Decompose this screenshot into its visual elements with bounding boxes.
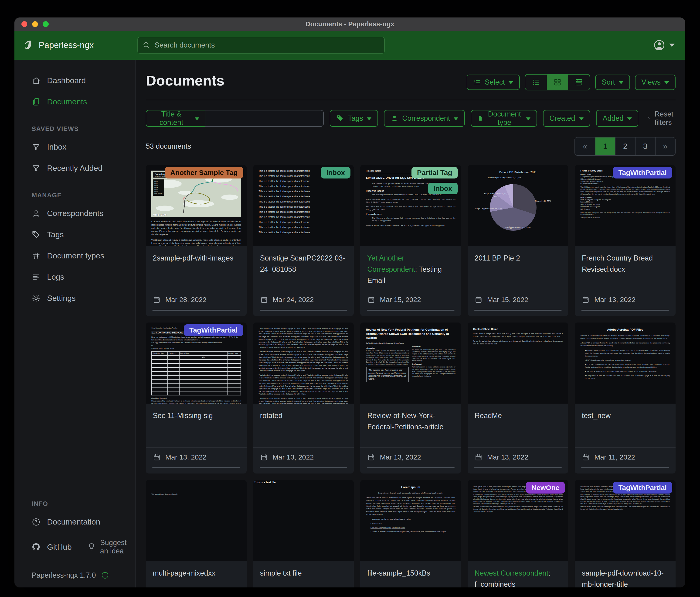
card-title[interactable]: 2011 BP Pie 2 (468, 246, 569, 290)
document-thumbnail[interactable]: Lorem ipsumLorem ipsum dolor sit amet, c… (360, 480, 461, 561)
correspondent-filter-button[interactable]: Correspondent (384, 110, 465, 127)
search-input[interactable] (154, 41, 380, 50)
card-correspondent[interactable]: Newest Correspondent (475, 569, 548, 577)
card-title[interactable]: ReadMe (468, 404, 569, 447)
tag-badge[interactable]: TagWithPartial (613, 167, 672, 178)
pagination-page-3[interactable]: 3 (635, 138, 655, 155)
tag-badge[interactable]: Inbox (428, 183, 458, 194)
download-document-button[interactable] (210, 310, 240, 311)
document-thumbnail[interactable]: Contact Sheet DemoGiven a set of image f… (468, 323, 569, 404)
card-title[interactable]: Newest Correspondent: f_combineds (468, 561, 569, 588)
app-logo[interactable]: Paperless-ngx (23, 40, 138, 51)
view-document-button[interactable] (289, 310, 318, 311)
pagination-next[interactable]: » (655, 138, 675, 155)
tag-badge[interactable]: Another Sample Tag (165, 167, 243, 178)
edit-document-button[interactable] (475, 468, 503, 468)
view-document-button[interactable] (181, 310, 210, 311)
card-title[interactable]: 2sample-pdf-with-images (146, 246, 247, 290)
card-title[interactable]: Yet Another Correspondent: Testing Email (360, 246, 461, 290)
view-details-toggle[interactable] (568, 75, 590, 90)
title-content-dropdown[interactable]: Title & content (146, 110, 205, 127)
card-title[interactable]: file-sample_150kBs (360, 561, 461, 588)
views-button[interactable]: Views (635, 75, 676, 90)
download-document-button[interactable] (532, 310, 561, 311)
card-title[interactable]: Sec 11-Missing sig (146, 404, 247, 447)
document-thumbnail[interactable]: This is a test file. (253, 480, 354, 561)
tag-badge[interactable]: Partial Tag (411, 167, 458, 178)
edit-document-button[interactable] (260, 310, 289, 311)
tag-badge[interactable]: Inbox (321, 167, 350, 178)
card-correspondent[interactable]: Yet Another Correspondent (367, 254, 415, 273)
view-document-button[interactable] (289, 468, 318, 468)
download-document-button[interactable] (318, 468, 347, 468)
sidebar-item-logs[interactable]: Logs (15, 266, 135, 288)
edit-document-button[interactable] (153, 468, 181, 468)
minimize-window-button[interactable] (32, 21, 38, 27)
document-thumbnail[interactable]: This is a multi page document. Page 1. (146, 480, 247, 561)
download-document-button[interactable] (532, 468, 561, 468)
tags-filter-button[interactable]: Tags (330, 110, 378, 127)
view-document-button[interactable] (396, 310, 425, 311)
card-title[interactable]: multi-page-mixedxx (146, 561, 247, 588)
pagination-page-1[interactable]: 1 (595, 138, 615, 155)
view-document-button[interactable] (610, 468, 640, 468)
sidebar-item-inbox[interactable]: Inbox (15, 136, 135, 158)
tag-badge[interactable]: NewOne (526, 482, 565, 494)
document-type-filter-button[interactable]: Document type (471, 110, 537, 127)
card-title[interactable]: Review-of-New-York-Federal-Petitions-art… (360, 404, 461, 447)
card-title[interactable]: simple txt file (253, 561, 354, 588)
added-filter-button[interactable]: Added (596, 110, 639, 127)
reset-filters-button[interactable]: Reset filters (647, 110, 676, 127)
card-title[interactable]: Sonstige ScanPC2022 03-24_081058 (253, 246, 354, 290)
sidebar-item-tags[interactable]: Tags (15, 224, 135, 245)
sidebar-item-documentation[interactable]: Documentation (15, 511, 135, 532)
view-document-button[interactable] (503, 468, 532, 468)
download-document-button[interactable] (318, 310, 347, 311)
view-document-button[interactable] (181, 468, 210, 468)
card-title[interactable]: sample-pdf-download-10-mb-longer-title (575, 561, 676, 588)
download-document-button[interactable] (640, 468, 669, 468)
created-filter-button[interactable]: Created (543, 110, 590, 127)
document-thumbnail[interactable]: This is the text that appears on the fir… (253, 323, 354, 404)
document-thumbnail[interactable]: Adobe Acrobat PDF FilesAdobe® Portable D… (575, 323, 676, 404)
download-document-button[interactable] (425, 468, 454, 468)
document-thumbnail[interactable]: Patient BP Distribution 2011Normal, 151,… (468, 165, 569, 246)
edit-document-button[interactable] (582, 310, 610, 311)
card-title[interactable]: test_new (575, 404, 676, 447)
info-circle-icon[interactable] (101, 571, 109, 579)
view-document-button[interactable] (610, 310, 640, 311)
download-document-button[interactable] (640, 310, 669, 311)
close-window-button[interactable] (21, 21, 27, 27)
sidebar-item-github[interactable]: GitHub (15, 536, 78, 558)
edit-document-button[interactable] (367, 468, 396, 468)
sidebar-item-dashboard[interactable]: Dashboard (15, 70, 135, 91)
view-grid-toggle[interactable] (547, 75, 568, 90)
edit-document-button[interactable] (582, 468, 610, 468)
sidebar-item-correspondents[interactable]: Correspondents (15, 203, 135, 224)
sidebar-item-settings[interactable]: Settings (15, 288, 135, 309)
tag-badge[interactable]: TagWithPartial (184, 325, 243, 336)
sidebar-item-suggest-idea[interactable]: Suggest an idea (78, 532, 135, 562)
view-list-toggle[interactable] (525, 75, 547, 90)
user-menu[interactable] (653, 39, 677, 51)
sidebar-item-documents[interactable]: Documents (15, 91, 135, 112)
pagination-prev[interactable]: « (575, 138, 595, 155)
edit-document-button[interactable] (367, 310, 396, 311)
download-document-button[interactable] (425, 310, 454, 311)
title-content-input[interactable] (205, 110, 324, 127)
sidebar-item-document-types[interactable]: Document types (15, 245, 135, 266)
edit-document-button[interactable] (260, 468, 289, 468)
zoom-window-button[interactable] (43, 21, 49, 27)
view-document-button[interactable] (503, 310, 532, 311)
card-title[interactable]: rotated (253, 404, 354, 447)
edit-document-button[interactable] (475, 310, 503, 311)
tag-badge[interactable]: TagWithPartial (613, 482, 672, 494)
view-document-button[interactable] (396, 468, 425, 468)
document-thumbnail[interactable]: Review of New York Federal Petitions for… (360, 323, 461, 404)
sidebar-item-recently-added[interactable]: Recently Added (15, 158, 135, 179)
download-document-button[interactable] (210, 468, 240, 468)
select-button[interactable]: Select (467, 75, 520, 90)
edit-document-button[interactable] (153, 310, 181, 311)
pagination-page-2[interactable]: 2 (615, 138, 635, 155)
card-title[interactable]: French Country Bread Revised.docx (575, 246, 676, 290)
